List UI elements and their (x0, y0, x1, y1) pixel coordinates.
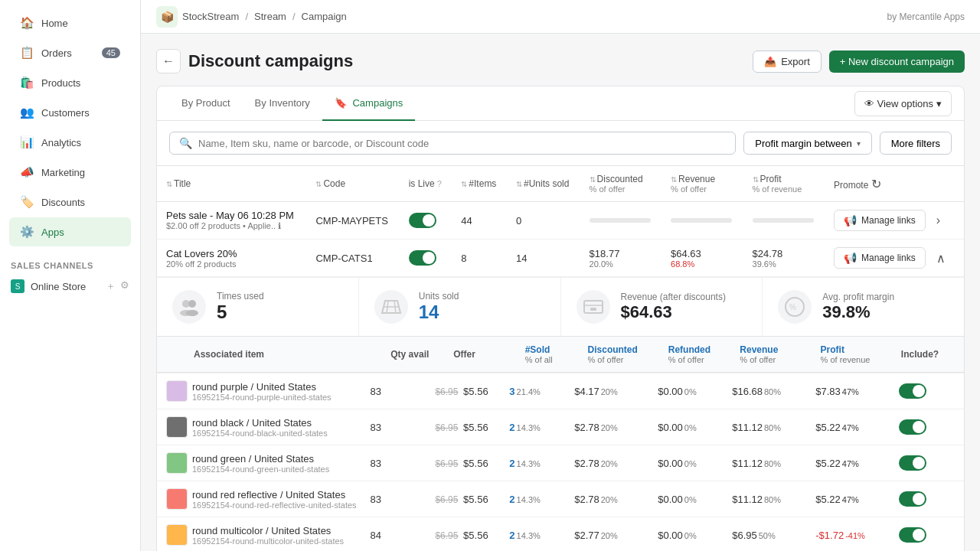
product-sku: 16952154-round-green-united-states (192, 465, 329, 474)
col-is-live[interactable]: is Live? (400, 166, 452, 202)
campaigns-tab-icon: 🔖 (335, 97, 347, 109)
products-icon: 🛍️ (20, 76, 34, 90)
discounted-val (580, 202, 662, 240)
profit-margin-filter[interactable]: Profit margin between ▾ (743, 132, 871, 155)
product-swatch (166, 452, 188, 474)
toggle-dot (913, 493, 925, 505)
analytics-icon: 📊 (20, 135, 34, 149)
include-toggle[interactable] (899, 419, 926, 435)
sidebar-item-marketing[interactable]: 📣 Marketing (9, 158, 131, 187)
sidebar-item-online-store[interactable]: S Online Store ＋ ⚙ (0, 273, 140, 299)
refresh-button[interactable]: ↻ (871, 177, 881, 191)
svg-point-1 (188, 300, 196, 308)
export-button[interactable]: 📤 Export (753, 51, 822, 73)
product-sku: 16952154-round-red-reflective-united-sta… (192, 500, 357, 510)
sidebar-item-analytics[interactable]: 📊 Analytics (9, 128, 131, 157)
add-channel-icon[interactable]: ＋ (106, 279, 116, 293)
col-profit[interactable]: ⇅Profit% of revenue (743, 166, 825, 202)
col-promote: Promote ↻ (825, 166, 964, 202)
toggle-dot (423, 252, 435, 264)
svg-point-3 (186, 310, 198, 316)
view-options-button[interactable]: 👁 View options ▾ (854, 91, 952, 116)
back-button[interactable]: ← (156, 49, 181, 73)
svg-text:%: % (789, 303, 796, 311)
col-code[interactable]: ⇅Code (306, 166, 399, 202)
campaigns-table: ⇅Title ⇅Code is Live? ⇅#Items ⇅#Units so… (157, 166, 964, 551)
live-toggle[interactable] (409, 213, 436, 228)
stat-units-sold: Units sold 14 (359, 278, 561, 336)
app-name: StockStream (182, 11, 239, 22)
search-input[interactable] (198, 138, 726, 149)
sidebar-item-home[interactable]: 🏠 Home (9, 8, 131, 37)
more-filters-button[interactable]: More filters (880, 132, 952, 155)
col-discounted[interactable]: ⇅Discounted% of offer (580, 166, 662, 202)
assoc-header-profit: Profit % of revenue (821, 344, 901, 364)
settings-channel-icon[interactable]: ⚙ (120, 279, 129, 293)
expand-row-button[interactable]: › (930, 210, 946, 230)
units-sold-label: Units sold (419, 291, 459, 302)
campaign-code: CMP-MAYPETS (306, 202, 399, 240)
product-name: round multicolor / United States (192, 525, 344, 536)
col-items[interactable]: ⇅#Items (452, 166, 507, 202)
assoc-offer: $6.95 $5.56 (435, 530, 509, 541)
assoc-profit: $5.2247% (815, 494, 899, 505)
manage-links-button[interactable]: 📢 Manage links (834, 247, 926, 269)
sales-channels-title: SALES CHANNELS (0, 250, 140, 273)
items-count: 8 (452, 240, 507, 277)
assoc-header-sold[interactable]: #Sold % of all (525, 344, 588, 364)
tab-campaigns[interactable]: 🔖 Campaigns (322, 86, 415, 121)
app-logo: 📦 (156, 6, 178, 28)
manage-links-button[interactable]: 📢 Manage links (834, 210, 926, 231)
topbar-page: Campaign (302, 11, 347, 22)
assoc-discounted: $4.1720% (574, 386, 658, 397)
include-toggle[interactable] (899, 455, 926, 471)
assoc-qty: 83 (371, 422, 436, 433)
apps-icon: ⚙️ (20, 225, 34, 239)
sidebar-item-products[interactable]: 🛍️ Products (9, 68, 131, 97)
col-units-sold[interactable]: ⇅#Units sold (507, 166, 580, 202)
tab-by-product[interactable]: By Product (169, 86, 243, 121)
campaign-subtitle: $2.00 off 2 products • Applie.. ℹ (166, 221, 297, 231)
assoc-header-offer: Offer (453, 349, 525, 360)
associated-item-row: round black / United States 16952154-rou… (157, 409, 964, 445)
collapse-row-button[interactable]: ∧ (930, 248, 952, 269)
include-toggle[interactable] (899, 527, 926, 543)
col-title[interactable]: ⇅Title (157, 166, 306, 202)
sidebar-item-label: Home (41, 18, 68, 29)
assoc-include[interactable] (899, 491, 955, 507)
live-toggle[interactable] (409, 250, 436, 266)
associated-items-list: round purple / United States 16952154-ro… (157, 373, 964, 551)
assoc-product-info: round purple / United States 16952154-ro… (166, 380, 371, 402)
associated-item-row: round green / United States 16952154-rou… (157, 445, 964, 481)
times-used-icon (172, 290, 206, 324)
assoc-include[interactable] (899, 527, 955, 543)
assoc-include[interactable] (899, 419, 955, 435)
revenue-label: Revenue (after discounts) (621, 292, 726, 302)
toggle-dot (423, 214, 435, 227)
col-revenue[interactable]: ⇅Revenue% of offer (662, 166, 743, 202)
include-toggle[interactable] (899, 383, 926, 399)
assoc-qty: 84 (371, 530, 436, 541)
sidebar-item-apps[interactable]: ⚙️ Apps (9, 217, 131, 246)
new-campaign-button[interactable]: + New discount campaign (829, 51, 965, 73)
sidebar-item-discounts[interactable]: 🏷️ Discounts (9, 187, 131, 217)
assoc-discounted: $2.7820% (574, 422, 658, 433)
assoc-include[interactable] (899, 383, 955, 399)
table-row: Pets sale - May 06 10:28 PM $2.00 off 2 … (157, 202, 964, 240)
chevron-down-icon: ▾ (936, 98, 942, 109)
sidebar-item-orders[interactable]: 📋 Orders 45 (9, 38, 131, 67)
main-area: 📦 StockStream / Stream / Campaign by Mer… (141, 0, 980, 551)
assoc-header-qty: Qty avail (390, 349, 453, 360)
tab-by-inventory[interactable]: By Inventory (243, 86, 322, 121)
assoc-include[interactable] (899, 455, 955, 471)
sidebar-item-customers[interactable]: 👥 Customers (9, 98, 131, 127)
assoc-product-info: round multicolor / United States 1695215… (166, 524, 371, 546)
assoc-product-info: round green / United States 16952154-rou… (166, 452, 371, 474)
units-sold-value: 14 (419, 302, 459, 324)
sidebar-item-label: Apps (41, 227, 64, 238)
sidebar-item-label: Orders (41, 47, 72, 59)
home-icon: 🏠 (20, 16, 34, 30)
campaign-title: Pets sale - May 06 10:28 PM (166, 210, 297, 221)
include-toggle[interactable] (899, 491, 926, 507)
product-sku: 16952154-round-black-united-states (192, 429, 328, 438)
